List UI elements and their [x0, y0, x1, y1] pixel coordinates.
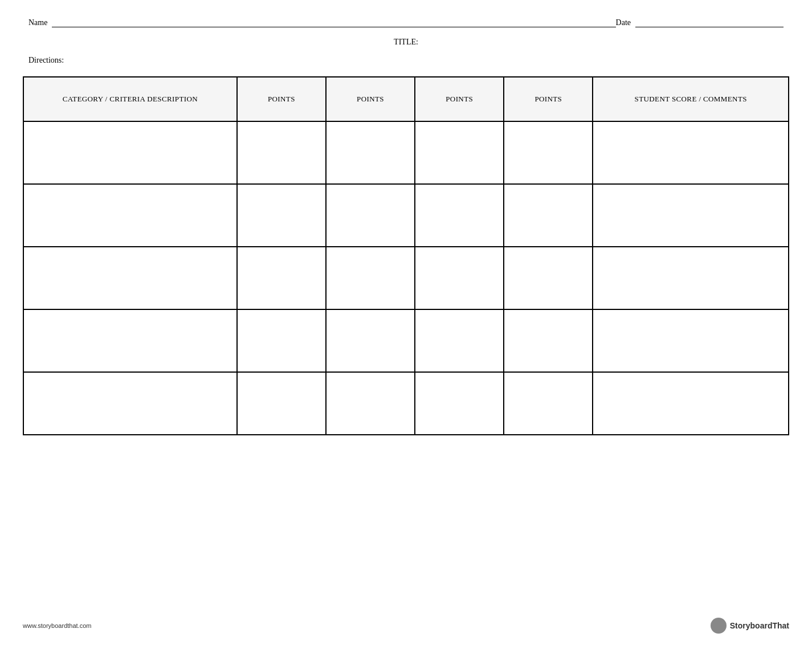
cell-points2-row1 [326, 184, 415, 247]
cell-points3-row0 [415, 121, 504, 184]
cell-points4-row0 [504, 121, 593, 184]
cell-student_score-row3 [593, 309, 789, 372]
name-underline [52, 17, 615, 27]
cell-category-row0 [23, 121, 237, 184]
date-field: Date [616, 17, 784, 27]
cell-points2-row4 [326, 372, 415, 435]
cell-points3-row2 [415, 247, 504, 309]
header-points-3: POINTS [415, 77, 504, 121]
table-row [23, 372, 789, 435]
cell-points2-row2 [326, 247, 415, 309]
cell-category-row3 [23, 309, 237, 372]
name-field: Name [28, 17, 616, 27]
date-underline [635, 17, 784, 27]
cell-points1-row0 [237, 121, 326, 184]
header-category: CATEGORY / CRITERIA DESCRIPTION [23, 77, 237, 121]
cell-student_score-row4 [593, 372, 789, 435]
footer-logo: StoryboardThat [711, 618, 789, 634]
cell-points4-row2 [504, 247, 593, 309]
cell-points1-row1 [237, 184, 326, 247]
cell-points1-row3 [237, 309, 326, 372]
table-row [23, 184, 789, 247]
header-row: Name Date [23, 17, 789, 27]
footer-website: www.storyboardthat.com [23, 622, 91, 629]
cell-points3-row1 [415, 184, 504, 247]
directions-row: Directions: [23, 56, 789, 65]
cell-points1-row4 [237, 372, 326, 435]
cell-category-row2 [23, 247, 237, 309]
date-label: Date [616, 18, 631, 27]
header-student-score: STUDENT SCORE / COMMENTS [593, 77, 789, 121]
cell-category-row4 [23, 372, 237, 435]
header-points-2: POINTS [326, 77, 415, 121]
name-label: Name [28, 18, 47, 27]
title-label: TITLE: [394, 38, 418, 46]
cell-points4-row4 [504, 372, 593, 435]
table-row [23, 121, 789, 184]
cell-points1-row2 [237, 247, 326, 309]
cell-points2-row0 [326, 121, 415, 184]
rubric-table: CATEGORY / CRITERIA DESCRIPTION POINTS P… [23, 76, 789, 435]
cell-points3-row3 [415, 309, 504, 372]
logo-icon [711, 618, 727, 634]
header-points-1: POINTS [237, 77, 326, 121]
cell-student_score-row1 [593, 184, 789, 247]
cell-student_score-row2 [593, 247, 789, 309]
cell-points4-row3 [504, 309, 593, 372]
cell-points3-row4 [415, 372, 504, 435]
footer: www.storyboardthat.com StoryboardThat [0, 618, 812, 634]
directions-label: Directions: [28, 56, 64, 64]
cell-points4-row1 [504, 184, 593, 247]
header-points-4: POINTS [504, 77, 593, 121]
table-row [23, 309, 789, 372]
table-header-row: CATEGORY / CRITERIA DESCRIPTION POINTS P… [23, 77, 789, 121]
table-row [23, 247, 789, 309]
title-row: TITLE: [23, 38, 789, 47]
cell-points2-row3 [326, 309, 415, 372]
logo-text: StoryboardThat [730, 621, 789, 630]
cell-category-row1 [23, 184, 237, 247]
cell-student_score-row0 [593, 121, 789, 184]
